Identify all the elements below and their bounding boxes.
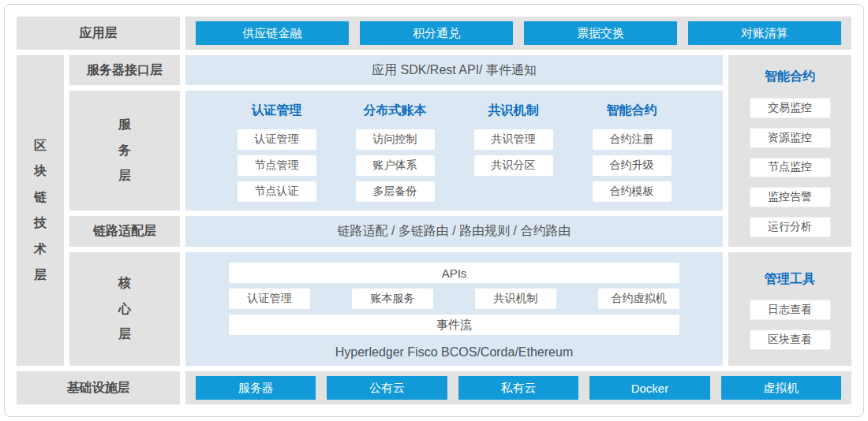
monitor-item: 运行分析 (750, 217, 831, 237)
app-button-bill-exchange: 票据交换 (524, 21, 677, 45)
tech-layer-label: 区块链技术层 (17, 55, 64, 366)
app-button-reconciliation-clearing: 对账清算 (688, 21, 841, 45)
infra-button-vm: 虚拟机 (721, 376, 841, 400)
core-modules-row: 认证管理 账本服务 共识机制 合约虚拟机 (229, 289, 679, 309)
service-item: 合约注册 (593, 129, 672, 150)
service-column-consensus: 共识机制 共识管理 共识分区 (455, 102, 573, 210)
management-tools-panel-title: 管理工具 (765, 271, 815, 288)
service-item: 合约模板 (593, 181, 672, 202)
service-column-ledger: 分布式账本 访问控制 账户体系 多层备份 (336, 102, 455, 210)
infra-button-docker: Docker (589, 376, 709, 400)
smart-contract-monitor-panel: 智能合约 交易监控 资源监控 节点监控 监控告警 运行分析 (728, 55, 851, 247)
service-item: 访问控制 (356, 129, 435, 150)
infra-button-public-cloud: 公有云 (327, 376, 447, 400)
tools-item: 日志查看 (750, 300, 831, 320)
smart-contract-panel-title: 智能合约 (765, 69, 815, 85)
infra-button-private-cloud: 私有云 (458, 376, 578, 400)
infra-layer-button-strip: 服务器 公有云 私有云 Docker 虚拟机 (185, 371, 851, 404)
core-apis-bar: APIs (229, 263, 679, 283)
service-column-consensus-title: 共识机制 (488, 102, 539, 119)
blockchain-architecture-diagram: 应用层 供应链金融 积分通兑 票据交换 对账清算 区块链技术层 服务器接口层 应… (4, 4, 864, 417)
core-platforms-text: Hyperledger Fisco BCOS/Corda/Ethereum (229, 345, 679, 360)
app-button-supply-chain-finance: 供应链金融 (196, 21, 349, 45)
service-column-auth-title: 认证管理 (252, 102, 302, 119)
tools-item: 区块查看 (750, 330, 831, 350)
core-event-stream-bar: 事件流 (229, 315, 679, 335)
service-column-smart-contract: 智能合约 合约注册 合约升级 合约模板 (573, 102, 691, 210)
service-column-ledger-title: 分布式账本 (364, 102, 427, 119)
core-layer-label: 核心层 (69, 252, 180, 366)
interface-layer-content: 应用 SDK/Rest API/ 事件通知 (185, 55, 723, 85)
monitor-item: 监控告警 (750, 187, 831, 207)
core-module: 认证管理 (229, 289, 310, 309)
service-layer-label: 服务层 (69, 91, 180, 210)
core-module: 合约虚拟机 (598, 289, 679, 309)
monitor-item: 资源监控 (750, 128, 831, 148)
tech-layer-label-text: 区块链技术层 (33, 133, 47, 289)
service-item: 多层备份 (356, 181, 435, 202)
core-module: 共识机制 (475, 289, 556, 309)
interface-layer-label: 服务器接口层 (69, 55, 180, 85)
core-layer-label-text: 核心层 (118, 270, 132, 348)
service-item: 合约升级 (593, 155, 672, 176)
app-button-points-exchange: 积分通兑 (360, 21, 513, 45)
service-column-smart-contract-title: 智能合约 (607, 102, 657, 119)
app-layer-label: 应用层 (17, 17, 180, 50)
service-item: 共识管理 (474, 129, 553, 150)
service-item: 节点认证 (238, 181, 316, 202)
app-layer-button-strip: 供应链金融 积分通兑 票据交换 对账清算 (185, 17, 851, 50)
infra-layer-label: 基础设施层 (17, 371, 180, 404)
service-layer-label-text: 服务层 (118, 112, 132, 189)
management-tools-panel: 管理工具 日志查看 区块查看 (728, 252, 851, 366)
link-layer-label: 链路适配层 (69, 216, 180, 247)
core-module: 账本服务 (352, 289, 433, 309)
service-item: 账户体系 (356, 155, 435, 176)
monitor-item: 交易监控 (750, 98, 831, 118)
service-item: 节点管理 (238, 155, 316, 176)
monitor-item: 节点监控 (750, 158, 831, 178)
service-column-auth: 认证管理 认证管理 节点管理 节点认证 (218, 102, 336, 210)
service-layer-panel: 认证管理 认证管理 节点管理 节点认证 分布式账本 访问控制 账户体系 多层备份… (185, 91, 723, 210)
infra-button-server: 服务器 (196, 376, 316, 400)
link-layer-content: 链路适配 / 多链路由 / 路由规则 / 合约路由 (185, 216, 723, 247)
service-item: 共识分区 (474, 155, 553, 176)
core-layer-panel: APIs 认证管理 账本服务 共识机制 合约虚拟机 事件流 Hyperledge… (185, 252, 723, 366)
service-item: 认证管理 (238, 129, 316, 150)
